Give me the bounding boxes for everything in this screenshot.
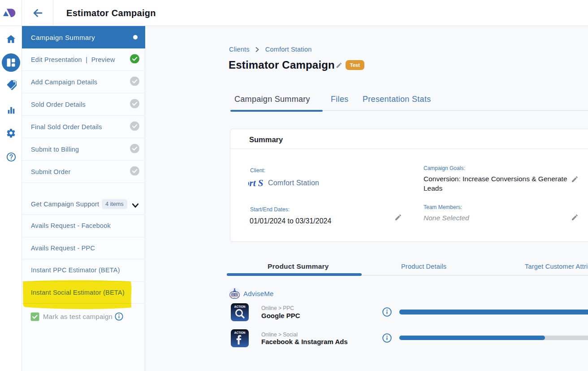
svg-text:ACTION: ACTION (234, 305, 246, 308)
svg-text:ACTION: ACTION (234, 331, 246, 334)
